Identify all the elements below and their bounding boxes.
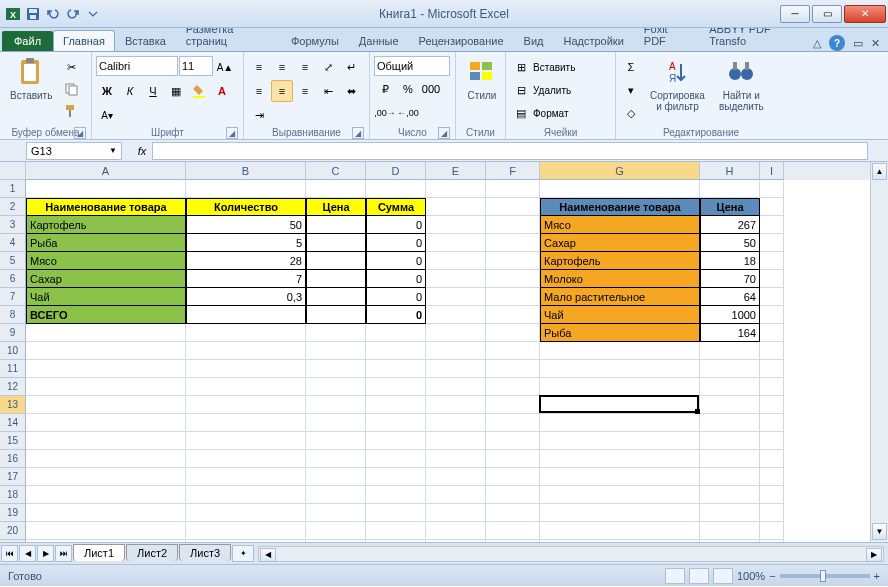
decrease-indent-icon[interactable]: ⇤: [317, 80, 339, 102]
cell[interactable]: [486, 342, 540, 360]
row-header-20[interactable]: 20: [0, 522, 26, 540]
row-header-13[interactable]: 13: [0, 396, 26, 414]
cell[interactable]: 5: [186, 234, 306, 252]
redo-icon[interactable]: [64, 5, 82, 23]
cell[interactable]: 0: [366, 234, 426, 252]
cell[interactable]: [306, 450, 366, 468]
page-break-view-icon[interactable]: [713, 568, 733, 584]
cell[interactable]: [700, 414, 760, 432]
cell[interactable]: [426, 306, 486, 324]
cell[interactable]: [366, 396, 426, 414]
cell[interactable]: [700, 450, 760, 468]
cell[interactable]: [760, 450, 784, 468]
cell[interactable]: [366, 180, 426, 198]
cell[interactable]: [366, 468, 426, 486]
cut-icon[interactable]: ✂: [60, 56, 82, 78]
zoom-slider[interactable]: [780, 574, 870, 578]
cell[interactable]: [760, 180, 784, 198]
cell[interactable]: [486, 522, 540, 540]
cell[interactable]: Молоко: [540, 270, 700, 288]
cell[interactable]: [486, 324, 540, 342]
cell[interactable]: [366, 540, 426, 542]
insert-cells-label[interactable]: Вставить: [533, 62, 575, 73]
cell[interactable]: 0: [366, 216, 426, 234]
cell[interactable]: [426, 342, 486, 360]
cell[interactable]: [426, 378, 486, 396]
cell[interactable]: [486, 180, 540, 198]
cell[interactable]: [426, 360, 486, 378]
align-middle-icon[interactable]: ≡: [271, 56, 293, 78]
name-box[interactable]: G13▼: [26, 142, 122, 160]
cell[interactable]: 7: [186, 270, 306, 288]
cell[interactable]: [540, 522, 700, 540]
sheet-tab-1[interactable]: Лист1: [73, 544, 125, 561]
cell[interactable]: [760, 342, 784, 360]
cell[interactable]: [26, 468, 186, 486]
cell[interactable]: [186, 486, 306, 504]
vertical-scrollbar[interactable]: ▲ ▼: [870, 162, 888, 542]
cell[interactable]: [366, 378, 426, 396]
row-header-3[interactable]: 3: [0, 216, 26, 234]
tab-formulas[interactable]: Формулы: [281, 30, 349, 51]
cell[interactable]: [540, 396, 700, 414]
cell[interactable]: [26, 360, 186, 378]
cell[interactable]: [426, 270, 486, 288]
row-header-19[interactable]: 19: [0, 504, 26, 522]
row-header-15[interactable]: 15: [0, 432, 26, 450]
sheet-tab-3[interactable]: Лист3: [179, 544, 231, 561]
col-header-I[interactable]: I: [760, 162, 784, 180]
col-header-E[interactable]: E: [426, 162, 486, 180]
cell[interactable]: [426, 288, 486, 306]
cell[interactable]: [700, 342, 760, 360]
cell[interactable]: [700, 504, 760, 522]
cell[interactable]: Цена: [306, 198, 366, 216]
cell[interactable]: [700, 360, 760, 378]
cell[interactable]: [540, 504, 700, 522]
cell[interactable]: [26, 414, 186, 432]
col-header-B[interactable]: B: [186, 162, 306, 180]
cell[interactable]: [366, 486, 426, 504]
cell[interactable]: [486, 270, 540, 288]
normal-view-icon[interactable]: [665, 568, 685, 584]
cell[interactable]: Мясо: [26, 252, 186, 270]
cell[interactable]: [540, 486, 700, 504]
font-color-icon[interactable]: A: [211, 80, 233, 102]
sheet-nav-last-icon[interactable]: ⏭: [55, 545, 72, 562]
row-header-8[interactable]: 8: [0, 306, 26, 324]
clear-icon[interactable]: ◇: [620, 102, 642, 124]
scroll-down-icon[interactable]: ▼: [872, 523, 887, 540]
fill-icon[interactable]: ▾: [620, 79, 642, 101]
cell[interactable]: [366, 342, 426, 360]
bold-button[interactable]: Ж: [96, 80, 118, 102]
scroll-up-icon[interactable]: ▲: [872, 163, 887, 180]
cell[interactable]: 1000: [700, 306, 760, 324]
cell[interactable]: [186, 378, 306, 396]
cell[interactable]: Мясо: [540, 216, 700, 234]
cell[interactable]: [306, 306, 366, 324]
row-header-7[interactable]: 7: [0, 288, 26, 306]
cell[interactable]: [760, 396, 784, 414]
scroll-left-icon[interactable]: ◀: [260, 548, 276, 562]
row-header-17[interactable]: 17: [0, 468, 26, 486]
cell[interactable]: [426, 216, 486, 234]
cell[interactable]: [540, 180, 700, 198]
cell[interactable]: [426, 180, 486, 198]
cell[interactable]: 0: [366, 270, 426, 288]
cell[interactable]: [306, 468, 366, 486]
cell[interactable]: [306, 216, 366, 234]
help-icon[interactable]: ?: [829, 35, 845, 51]
format-cells-icon[interactable]: ▤: [510, 102, 532, 124]
cell[interactable]: [306, 522, 366, 540]
sheet-tab-2[interactable]: Лист2: [126, 544, 178, 561]
sheet-nav-next-icon[interactable]: ▶: [37, 545, 54, 562]
zoom-in-icon[interactable]: +: [874, 570, 880, 582]
clipboard-launcher-icon[interactable]: ◢: [74, 127, 86, 139]
cell[interactable]: [540, 450, 700, 468]
cell[interactable]: [540, 360, 700, 378]
cell[interactable]: [426, 540, 486, 542]
cell[interactable]: [700, 432, 760, 450]
cell[interactable]: Сумма: [366, 198, 426, 216]
cell[interactable]: [700, 378, 760, 396]
cell[interactable]: [306, 378, 366, 396]
cell[interactable]: [760, 360, 784, 378]
